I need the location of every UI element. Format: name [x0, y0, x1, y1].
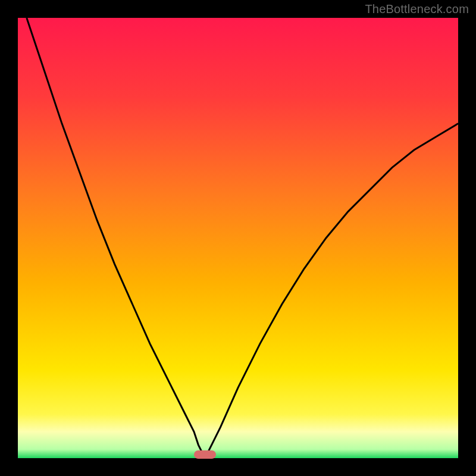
- curve-left-branch: [27, 18, 203, 454]
- watermark-text: TheBottleneck.com: [365, 2, 469, 16]
- bottleneck-curve: [18, 18, 458, 458]
- curve-right-branch: [207, 124, 458, 454]
- optimal-marker: [194, 450, 216, 459]
- outer-frame: TheBottleneck.com: [0, 0, 476, 476]
- plot-area: [18, 18, 458, 458]
